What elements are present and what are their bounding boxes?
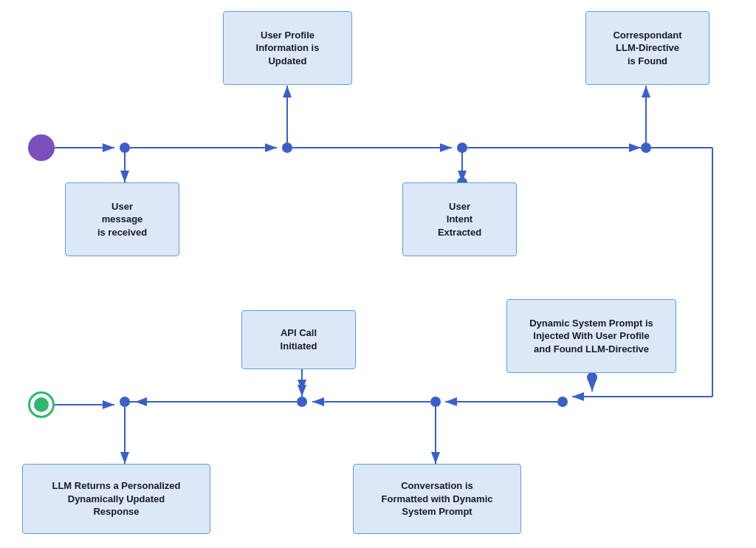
junction-j1 — [120, 143, 130, 153]
junction-j8 — [557, 397, 568, 407]
end-node-inner — [34, 397, 49, 412]
start-node — [28, 134, 55, 161]
junction-j2 — [282, 143, 292, 153]
conversation-box: Conversation isFormatted with DynamicSys… — [353, 464, 521, 534]
junction-j4 — [641, 143, 651, 153]
junction-dynamic-bottom — [587, 372, 597, 383]
junction-j9 — [120, 397, 130, 407]
correspondent-box: CorrespondantLLM-Directiveis Found — [585, 11, 709, 85]
api-call-box: API CallInitiated — [241, 310, 356, 369]
user-profile-box: User ProfileInformation isUpdated — [223, 11, 352, 85]
user-message-box: Usermessageis received — [65, 182, 179, 256]
junction-j7 — [430, 397, 441, 407]
dynamic-prompt-box: Dynamic System Prompt isInjected With Us… — [506, 299, 676, 373]
user-intent-box: UserIntentExtracted — [402, 182, 517, 256]
end-node — [28, 391, 55, 418]
junction-j6 — [297, 397, 307, 407]
junction-j3 — [457, 143, 467, 153]
llm-returns-box: LLM Returns a PersonalizedDynamically Up… — [22, 464, 210, 534]
diagram-container: User ProfileInformation isUpdated Corres… — [0, 0, 756, 548]
